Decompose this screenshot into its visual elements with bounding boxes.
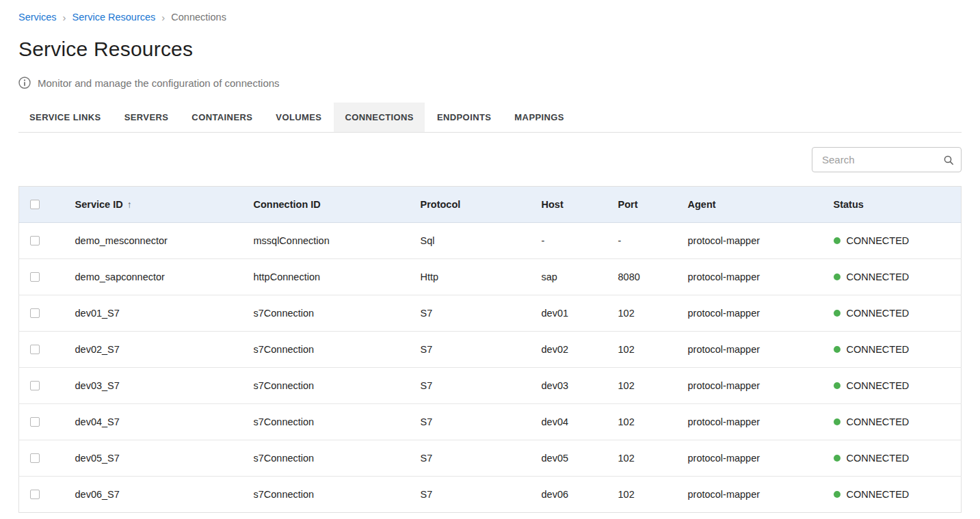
cell-port: 102 — [618, 477, 688, 513]
status-connected-dot-icon — [834, 237, 840, 244]
status-label: CONNECTED — [847, 453, 910, 464]
cell-service-id: dev02_S7 — [75, 332, 254, 368]
status-connected-dot-icon — [834, 455, 840, 462]
cell-connection-id: s7Connection — [254, 440, 421, 477]
cell-service-id: dev05_S7 — [75, 440, 254, 477]
cell-status: CONNECTED — [834, 259, 962, 295]
cell-agent: protocol-mapper — [688, 368, 834, 404]
cell-agent: protocol-mapper — [688, 332, 834, 368]
cell-status: CONNECTED — [834, 477, 962, 513]
cell-agent: protocol-mapper — [688, 477, 834, 513]
cell-protocol: S7 — [421, 477, 542, 513]
cell-host: dev01 — [542, 295, 618, 332]
row-checkbox[interactable] — [30, 453, 40, 463]
row-checkbox-cell — [19, 295, 75, 332]
info-icon — [18, 77, 31, 89]
tab-mappings[interactable]: MAPPINGS — [503, 103, 575, 132]
table-header: Service ID↑ Connection ID Protocol Host … — [19, 187, 962, 223]
tab-servers[interactable]: SERVERS — [114, 103, 180, 132]
status-label: CONNECTED — [847, 489, 910, 500]
breadcrumb: Services › Service Resources › Connectio… — [18, 0, 962, 23]
status-label: CONNECTED — [847, 271, 910, 282]
table-row[interactable]: dev03_S7 s7Connection S7 dev03 102 proto… — [19, 368, 962, 404]
column-header-host[interactable]: Host — [542, 187, 618, 223]
cell-host: dev03 — [542, 368, 618, 404]
row-checkbox-cell — [19, 368, 75, 404]
cell-service-id: dev01_S7 — [75, 295, 254, 332]
column-header-service-id[interactable]: Service ID↑ — [75, 187, 254, 223]
page: Services › Service Resources › Connectio… — [0, 0, 980, 513]
status-connected-dot-icon — [834, 491, 840, 498]
search-box[interactable] — [812, 147, 962, 172]
row-checkbox[interactable] — [30, 417, 40, 427]
tab-service-links[interactable]: SERVICE LINKS — [18, 103, 112, 132]
breadcrumb-current-connections: Connections — [171, 12, 226, 23]
toolbar — [18, 133, 962, 186]
cell-status: CONNECTED — [834, 295, 962, 332]
status-connected-dot-icon — [834, 382, 840, 389]
tab-endpoints[interactable]: ENDPOINTS — [426, 103, 502, 132]
table-row[interactable]: dev02_S7 s7Connection S7 dev02 102 proto… — [19, 332, 962, 368]
cell-host: - — [542, 223, 618, 259]
breadcrumb-link-service-resources[interactable]: Service Resources — [72, 12, 156, 23]
search-icon[interactable] — [943, 155, 954, 165]
cell-service-id: demo_mesconnector — [75, 223, 254, 259]
select-all-checkbox[interactable] — [30, 200, 40, 209]
row-checkbox[interactable] — [30, 345, 40, 354]
cell-connection-id: s7Connection — [254, 295, 421, 332]
row-checkbox[interactable] — [30, 490, 40, 499]
tab-volumes[interactable]: VOLUMES — [265, 103, 332, 132]
cell-status: CONNECTED — [834, 440, 962, 477]
cell-port: 102 — [618, 332, 688, 368]
cell-status: CONNECTED — [834, 223, 962, 259]
cell-agent: protocol-mapper — [688, 259, 834, 295]
cell-connection-id: s7Connection — [254, 332, 421, 368]
cell-host: dev02 — [542, 332, 618, 368]
table-row[interactable]: demo_mesconnector mssqlConnection Sql - … — [19, 223, 962, 259]
column-header-protocol[interactable]: Protocol — [421, 187, 542, 223]
column-header-label: Service ID — [75, 199, 123, 210]
column-header-connection-id[interactable]: Connection ID — [254, 187, 421, 223]
cell-port: 102 — [618, 440, 688, 477]
status-label: CONNECTED — [847, 344, 910, 355]
sort-asc-icon[interactable]: ↑ — [127, 199, 132, 210]
row-checkbox[interactable] — [30, 308, 40, 318]
cell-agent: protocol-mapper — [688, 295, 834, 332]
chevron-right-icon: › — [161, 12, 165, 23]
tabs: SERVICE LINKSSERVERSCONTAINERSVOLUMESCON… — [18, 103, 962, 133]
row-checkbox-cell — [19, 332, 75, 368]
tab-connections[interactable]: CONNECTIONS — [334, 103, 424, 132]
cell-connection-id: s7Connection — [254, 404, 421, 440]
tab-containers[interactable]: CONTAINERS — [181, 103, 263, 132]
status-connected-dot-icon — [834, 418, 840, 425]
row-checkbox[interactable] — [30, 236, 40, 245]
cell-port: 102 — [618, 295, 688, 332]
breadcrumb-link-services[interactable]: Services — [18, 12, 57, 23]
cell-port: 8080 — [618, 259, 688, 295]
table-row[interactable]: dev01_S7 s7Connection S7 dev01 102 proto… — [19, 295, 962, 332]
table-header-row: Service ID↑ Connection ID Protocol Host … — [19, 187, 962, 223]
search-input[interactable] — [821, 153, 943, 166]
cell-service-id: demo_sapconnector — [75, 259, 254, 295]
cell-host: sap — [542, 259, 618, 295]
table-row[interactable]: demo_sapconnector httpConnection Http sa… — [19, 259, 962, 295]
status-label: CONNECTED — [847, 416, 910, 427]
row-checkbox[interactable] — [30, 381, 40, 390]
row-checkbox-cell — [19, 477, 75, 513]
table-row[interactable]: dev05_S7 s7Connection S7 dev05 102 proto… — [19, 440, 962, 477]
row-checkbox[interactable] — [30, 272, 40, 282]
row-checkbox-cell — [19, 223, 75, 259]
cell-host: dev05 — [542, 440, 618, 477]
row-checkbox-cell — [19, 440, 75, 477]
cell-protocol: S7 — [421, 440, 542, 477]
cell-protocol: Sql — [421, 223, 542, 259]
table-body: demo_mesconnector mssqlConnection Sql - … — [19, 223, 962, 513]
table-row[interactable]: dev04_S7 s7Connection S7 dev04 102 proto… — [19, 404, 962, 440]
cell-connection-id: s7Connection — [254, 477, 421, 513]
column-header-agent[interactable]: Agent — [688, 187, 834, 223]
status-label: CONNECTED — [847, 308, 910, 319]
column-header-port[interactable]: Port — [618, 187, 688, 223]
column-header-status[interactable]: Status — [834, 187, 962, 223]
page-description: Monitor and manage the configuration of … — [38, 77, 280, 89]
table-row[interactable]: dev06_S7 s7Connection S7 dev06 102 proto… — [19, 477, 962, 513]
